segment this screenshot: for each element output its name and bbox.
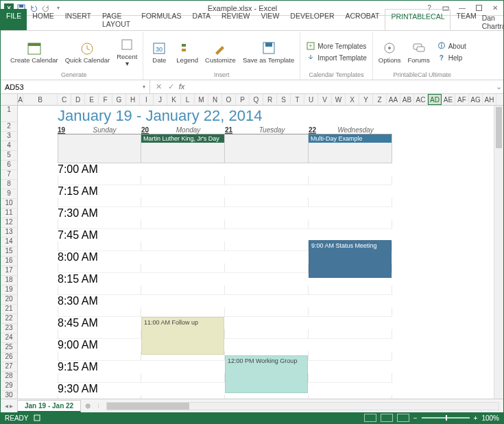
row-header[interactable]: 2	[1, 122, 18, 132]
time-cell[interactable]	[141, 198, 225, 207]
row-header[interactable]: 26	[1, 353, 18, 362]
time-cell[interactable]	[141, 307, 225, 317]
allday-event[interactable]: Multi-Day Example	[309, 134, 392, 143]
calendar-event[interactable]: 9:00 AM Status Meeting	[309, 240, 392, 278]
time-cell[interactable]	[309, 176, 392, 185]
quick-calendar-button[interactable]: Quick Calendar	[64, 39, 111, 65]
col-header[interactable]: P	[236, 94, 250, 105]
time-cell[interactable]	[58, 329, 141, 339]
tab-developer[interactable]: DEVELOPER	[285, 9, 339, 30]
select-all-corner[interactable]	[1, 94, 18, 105]
row-header[interactable]: 22	[1, 314, 18, 324]
col-header[interactable]: O	[222, 94, 236, 105]
allday-cell[interactable]: Multi-Day Example	[309, 134, 392, 163]
col-header[interactable]: Q	[250, 94, 263, 105]
tab-home[interactable]: HOME	[27, 9, 60, 30]
vertical-scrollbar[interactable]	[494, 106, 503, 399]
col-header[interactable]: Y	[359, 94, 373, 105]
allday-cell[interactable]	[58, 134, 141, 163]
tab-file[interactable]: FILE	[1, 9, 27, 30]
row-header[interactable]: 19	[1, 285, 18, 295]
col-header[interactable]: H	[126, 94, 140, 105]
row-header[interactable]: 3	[1, 132, 18, 141]
calendar-event[interactable]: 11:00 AM Follow up	[141, 317, 224, 355]
time-cell[interactable]	[141, 263, 225, 273]
import-template-button[interactable]: Import Template	[304, 52, 368, 63]
scrollbar-thumb[interactable]	[496, 107, 502, 148]
col-header[interactable]: AA	[387, 94, 400, 105]
row-header[interactable]: 23	[1, 324, 18, 333]
options-button[interactable]: Options	[377, 39, 403, 65]
forums-button[interactable]: Forums	[407, 39, 431, 65]
col-header[interactable]: T	[291, 94, 304, 105]
time-cell[interactable]	[141, 285, 225, 295]
tab-insert[interactable]: INSERT	[60, 9, 97, 30]
zoom-level[interactable]: 100%	[481, 414, 499, 422]
time-cell[interactable]	[309, 220, 392, 229]
col-header[interactable]: W	[332, 94, 346, 105]
allday-cell[interactable]: Martin Luther King, Jr's Day	[141, 134, 225, 163]
col-header[interactable]: K	[167, 94, 181, 105]
enter-icon[interactable]: ✓	[165, 82, 176, 91]
row-header[interactable]: 11	[1, 209, 18, 218]
row-header[interactable]: 4	[1, 141, 18, 151]
time-cell[interactable]	[225, 307, 309, 317]
recent-button[interactable]: Recent▾	[115, 36, 139, 69]
tab-formulas[interactable]: FORMULAS	[136, 9, 187, 30]
col-header[interactable]: I	[140, 94, 154, 105]
col-header[interactable]: AB	[400, 94, 414, 105]
tab-acrobat[interactable]: ACROBAT	[340, 9, 385, 30]
time-cell[interactable]	[225, 329, 309, 339]
col-header[interactable]: AD	[428, 94, 442, 105]
tab-data[interactable]: DATA	[187, 9, 216, 30]
row-header[interactable]: 5	[1, 151, 18, 161]
close-icon[interactable]: ✕	[487, 1, 503, 15]
row-header[interactable]: 10	[1, 199, 18, 209]
time-cell[interactable]	[309, 198, 392, 207]
horizontal-scrollbar[interactable]	[106, 402, 499, 410]
col-header[interactable]: N	[208, 94, 222, 105]
cancel-icon[interactable]: ✕	[153, 82, 164, 91]
date-button[interactable]: 30Date	[147, 39, 171, 65]
row-header[interactable]: 18	[1, 276, 18, 285]
time-cell[interactable]	[225, 176, 309, 185]
col-header[interactable]: S	[277, 94, 291, 105]
col-header[interactable]: D	[71, 94, 85, 105]
col-header[interactable]: AH	[483, 94, 496, 105]
time-cell[interactable]	[309, 285, 392, 295]
formula-expand-icon[interactable]: ⌄	[494, 82, 503, 91]
col-header[interactable]: Z	[373, 94, 387, 105]
col-header[interactable]: AC	[414, 94, 428, 105]
time-cell[interactable]	[141, 220, 225, 229]
col-header[interactable]: U	[304, 94, 318, 105]
col-header[interactable]: B	[23, 94, 58, 105]
col-header[interactable]: M	[195, 94, 208, 105]
row-header[interactable]: 25	[1, 343, 18, 353]
col-header[interactable]: X	[346, 94, 359, 105]
col-header[interactable]: G	[112, 94, 126, 105]
row-header[interactable]: 14	[1, 237, 18, 247]
zoom-out-button[interactable]: −	[413, 414, 418, 422]
time-cell[interactable]	[58, 285, 141, 295]
time-cell[interactable]	[141, 373, 225, 383]
row-header[interactable]: 17	[1, 266, 18, 276]
row-header[interactable]: 28	[1, 372, 18, 381]
save-template-button[interactable]: Save as Template	[241, 39, 296, 65]
time-cell[interactable]	[58, 351, 141, 361]
normal-view-button[interactable]	[364, 414, 376, 422]
time-cell[interactable]	[141, 176, 225, 185]
legend-button[interactable]: Legend	[175, 39, 200, 65]
zoom-slider[interactable]	[422, 417, 470, 419]
col-header[interactable]: F	[99, 94, 112, 105]
fx-icon[interactable]: fx	[178, 82, 189, 91]
time-cell[interactable]	[225, 198, 309, 207]
col-header[interactable]: R	[263, 94, 277, 105]
time-cell[interactable]	[309, 329, 392, 339]
zoom-in-button[interactable]: +	[474, 414, 478, 422]
row-header[interactable]: 9	[1, 189, 18, 199]
col-header[interactable]: J	[154, 94, 167, 105]
row-header[interactable]: 15	[1, 247, 18, 257]
time-cell[interactable]	[58, 220, 141, 229]
about-button[interactable]: ⓘAbout	[435, 40, 468, 51]
tab-team[interactable]: TEAM	[451, 9, 481, 30]
